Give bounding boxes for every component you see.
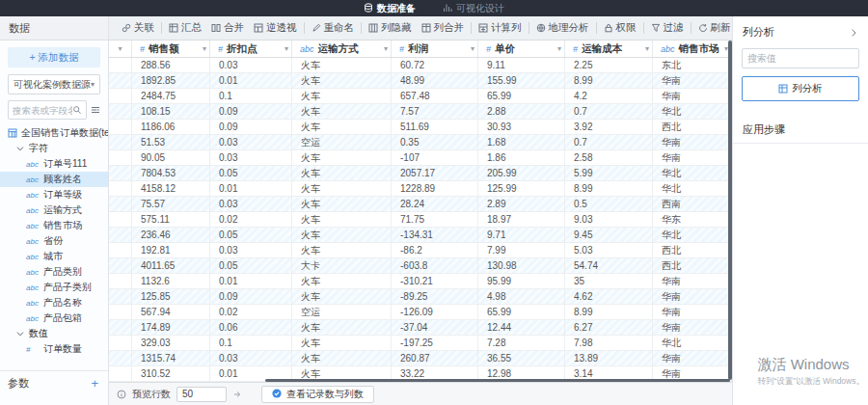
table-row[interactable]: 236.460.05火车-134.319.719.45华北 xyxy=(109,228,732,243)
table-row[interactable]: 108.150.09火车7.572.880.7华北 xyxy=(109,104,732,120)
apply-preview-rows-icon[interactable] xyxy=(232,389,242,400)
toolbar-item-列隐藏[interactable]: 列隐藏 xyxy=(364,21,417,35)
sidebar-field-产品名称[interactable]: abc产品名称 xyxy=(0,295,108,310)
tab-visual-design[interactable]: 可视化设计 xyxy=(443,2,504,15)
column-menu-icon[interactable]: ▾ xyxy=(471,44,475,53)
toolbar-item-刷新[interactable]: 刷新 xyxy=(693,21,734,35)
row-selector[interactable] xyxy=(109,228,132,242)
filter-icon xyxy=(651,22,661,34)
collapse-panel-icon[interactable] xyxy=(849,27,858,39)
sidebar-field-产品子类别[interactable]: abc产品子类别 xyxy=(0,280,108,295)
row-selector[interactable] xyxy=(109,58,132,72)
table-row[interactable]: 329.030.1火车-197.257.287.98华北 xyxy=(109,336,732,351)
column-menu-icon[interactable]: ▾ xyxy=(557,44,561,53)
add-data-button[interactable]: + 添加数据 xyxy=(8,47,100,68)
row-selector[interactable] xyxy=(109,274,132,288)
select-all-header[interactable]: ▾ xyxy=(109,40,132,57)
table-row[interactable]: 2484.750.1火车657.4865.994.2华南 xyxy=(109,89,732,104)
horizontal-scrollbar[interactable] xyxy=(265,379,730,382)
row-selector[interactable] xyxy=(109,73,132,88)
row-selector[interactable] xyxy=(109,336,132,350)
value-search-input[interactable] xyxy=(747,53,868,64)
row-selector[interactable] xyxy=(109,289,132,304)
sidebar-field-城市[interactable]: abc城市 xyxy=(0,249,108,264)
row-selector[interactable] xyxy=(109,320,132,335)
column-header-销售额[interactable]: #销售额▾ xyxy=(132,40,210,57)
sidebar-field-销售市场[interactable]: abc销售市场 xyxy=(0,218,108,233)
table-row[interactable]: 567.940.02空运-126.0965.998.99华南 xyxy=(109,305,732,320)
toolbar-item-关联[interactable]: 关联 xyxy=(117,21,159,35)
sidebar-field-省份[interactable]: abc省份 xyxy=(0,233,108,249)
column-menu-icon[interactable]: ▾ xyxy=(203,44,206,53)
row-selector[interactable] xyxy=(109,305,132,319)
toolbar-item-合并[interactable]: 合并 xyxy=(206,21,249,35)
field-group-字符[interactable]: 字符 xyxy=(0,141,108,156)
row-selector[interactable] xyxy=(109,166,132,180)
toolbar-item-列合并[interactable]: 列合并 xyxy=(417,21,470,35)
sidebar-field-运输方式[interactable]: abc运输方式 xyxy=(0,202,108,218)
row-selector[interactable] xyxy=(109,181,132,196)
table-row[interactable]: 7804.530.05火车2057.17205.995.99华北 xyxy=(109,166,732,181)
row-selector[interactable] xyxy=(109,351,132,365)
tab-data-preparation[interactable]: 数据准备 xyxy=(364,2,416,15)
sidebar-field-订单等级[interactable]: abc订单等级 xyxy=(0,187,108,202)
toolbar-item-计算列[interactable]: 计算列 xyxy=(474,21,527,35)
toolbar-item-重命名[interactable]: 重命名 xyxy=(307,21,360,35)
column-menu-icon[interactable]: ▾ xyxy=(384,44,388,53)
table-row[interactable]: 4011.650.05大卡-603.8130.9854.74西北 xyxy=(109,258,732,274)
field-settings-icon[interactable] xyxy=(91,104,100,116)
table-row[interactable]: 90.050.03火车-1071.862.58华南 xyxy=(109,150,732,166)
row-selector[interactable] xyxy=(109,135,132,149)
sidebar-table-node[interactable]: 全国销售订单数据(te... xyxy=(0,125,108,141)
column-header-运输方式[interactable]: abc运输方式▾ xyxy=(292,40,392,57)
table-row[interactable]: 174.890.06火车-37.0412.446.27华南 xyxy=(109,320,732,336)
row-selector[interactable] xyxy=(109,89,132,103)
table-row[interactable]: 288.560.03火车60.729.112.25东北 xyxy=(109,58,732,73)
datasource-select[interactable]: 可视化案例数据源 ▾ xyxy=(8,74,100,94)
row-selector[interactable] xyxy=(109,366,132,381)
sidebar-field-订单数量[interactable]: #订单数量 xyxy=(0,341,108,357)
table-cell: 0.03 xyxy=(210,58,292,72)
table-row[interactable]: 1315.740.03火车260.8736.5513.89华南 xyxy=(109,351,732,366)
table-cell: 4.2 xyxy=(565,89,653,103)
sidebar-field-顾客姓名[interactable]: abc顾客姓名 xyxy=(0,172,108,187)
row-selector[interactable] xyxy=(109,258,132,273)
toolbar-item-逆透视[interactable]: 逆透视 xyxy=(249,21,302,35)
row-selector[interactable] xyxy=(109,150,132,165)
table-row[interactable]: 4158.120.01火车1228.89125.998.99华北 xyxy=(109,181,732,197)
column-menu-icon[interactable]: ▾ xyxy=(285,44,288,53)
table-row[interactable]: 75.570.03火车28.242.890.5西南 xyxy=(109,197,732,212)
table-row[interactable]: 192.810.03火车-86.27.995.03西北 xyxy=(109,243,732,258)
table-row[interactable]: 125.850.09火车-89.254.984.62华南 xyxy=(109,289,732,305)
table-row[interactable]: 575.110.02火车71.7518.979.03华东 xyxy=(109,212,732,228)
row-selector[interactable] xyxy=(109,243,132,257)
field-search-input[interactable] xyxy=(13,105,72,116)
row-selector[interactable] xyxy=(109,120,132,134)
toolbar-item-过滤[interactable]: 过滤 xyxy=(646,21,689,35)
row-selector[interactable] xyxy=(109,197,132,211)
table-row[interactable]: 1186.060.09火车511.6930.933.92西北 xyxy=(109,120,732,135)
toolbar-item-权限[interactable]: 权限 xyxy=(599,21,641,35)
toolbar-item-地理分析[interactable]: 地理分析 xyxy=(531,21,594,35)
vertical-scrollbar[interactable] xyxy=(728,40,732,380)
column-analysis-button[interactable]: 列分析 xyxy=(742,76,859,101)
column-menu-icon[interactable]: ▾ xyxy=(645,44,649,53)
column-header-利润[interactable]: #利润▾ xyxy=(392,40,478,57)
field-group-数值[interactable]: 数值 xyxy=(0,326,108,341)
sidebar-field-产品包箱[interactable]: abc产品包箱 xyxy=(0,310,108,326)
column-header-单价[interactable]: #单价▾ xyxy=(478,40,565,57)
row-selector[interactable] xyxy=(109,104,132,119)
table-row[interactable]: 51.530.03空运0.351.680.7华南 xyxy=(109,135,732,150)
sidebar-field-订单号111[interactable]: abc订单号111 xyxy=(0,156,108,172)
view-record-count-button[interactable]: 查看记录数与列数 xyxy=(261,386,374,403)
preview-rows-input[interactable] xyxy=(176,387,227,402)
column-header-销售市场[interactable]: abc销售市场▾ xyxy=(653,40,732,57)
table-row[interactable]: 1132.60.01火车-310.2195.9935华南 xyxy=(109,274,732,289)
sidebar-field-产品类别[interactable]: abc产品类别 xyxy=(0,264,108,280)
toolbar-item-汇总[interactable]: 汇总 xyxy=(164,21,206,35)
table-row[interactable]: 1892.850.01火车48.99155.998.99华南 xyxy=(109,73,732,89)
add-parameter-icon[interactable]: + xyxy=(91,376,98,391)
column-header-运输成本[interactable]: #运输成本▾ xyxy=(565,40,653,57)
row-selector[interactable] xyxy=(109,212,132,227)
column-header-折扣点[interactable]: #折扣点▾ xyxy=(210,40,292,57)
